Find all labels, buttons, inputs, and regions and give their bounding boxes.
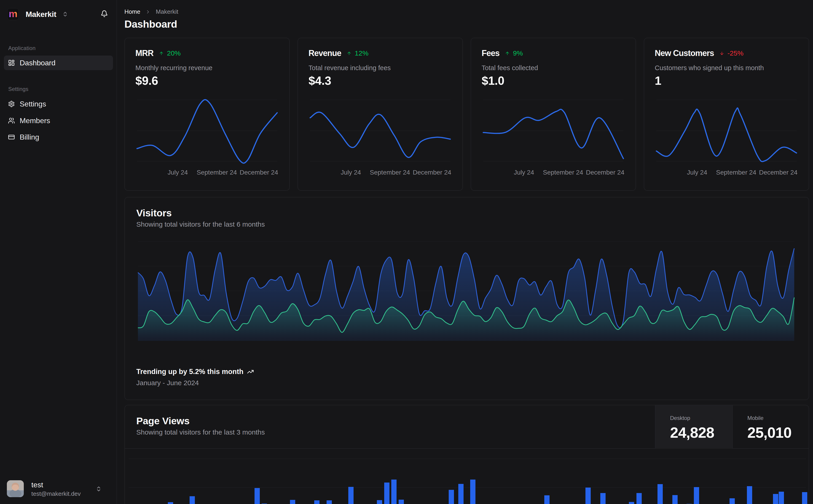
svg-text:July 24: July 24 — [514, 169, 534, 176]
svg-text:July 24: July 24 — [341, 169, 361, 176]
svg-text:December 24: December 24 — [759, 169, 797, 176]
svg-text:July 24: July 24 — [687, 169, 707, 176]
svg-text:December 24: December 24 — [240, 169, 278, 176]
svg-text:December 24: December 24 — [413, 169, 451, 176]
svg-text:July 24: July 24 — [167, 169, 188, 176]
svg-text:September 24: September 24 — [716, 169, 756, 176]
svg-text:September 24: September 24 — [543, 169, 583, 176]
svg-text:September 24: September 24 — [197, 169, 237, 176]
svg-text:September 24: September 24 — [370, 169, 410, 176]
svg-text:December 24: December 24 — [586, 169, 624, 176]
svg-text:m: m — [9, 10, 17, 19]
